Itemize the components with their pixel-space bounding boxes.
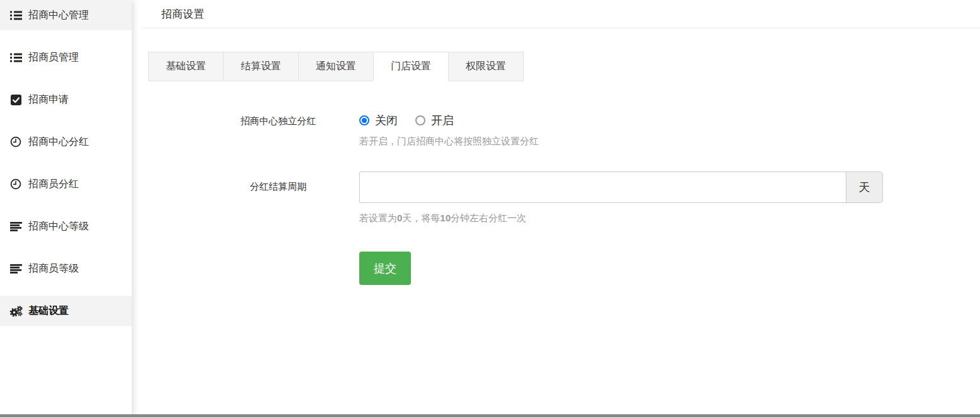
sidebar-item-label: 基础设置 bbox=[28, 305, 69, 318]
main-area: 招商设置 基础设置 结算设置 通知设置 门店设置 权限设置 招商中心独立分红 关… bbox=[132, 0, 980, 418]
radio-close-label[interactable]: 关闭 bbox=[375, 113, 398, 128]
sidebar-item-agent-level[interactable]: 招商员等级 bbox=[0, 253, 132, 284]
sidebar-item-label: 招商员等级 bbox=[28, 262, 79, 276]
sidebar: 招商中心管理 招商员管理 招商申请 招商中心分红 招商员分红 招商中心等级 bbox=[0, 0, 132, 418]
page-header: 招商设置 bbox=[143, 0, 980, 28]
settlement-cycle-input-group: 天 bbox=[359, 171, 883, 203]
content-area: 基础设置 结算设置 通知设置 门店设置 权限设置 招商中心独立分红 关闭 开启 … bbox=[132, 52, 980, 285]
tab-settlement-settings[interactable]: 结算设置 bbox=[223, 52, 299, 81]
radio-open-label[interactable]: 开启 bbox=[431, 113, 454, 128]
settings-tabs: 基础设置 结算设置 通知设置 门店设置 权限设置 bbox=[148, 52, 980, 81]
sidebar-item-label: 招商中心管理 bbox=[28, 9, 89, 22]
sidebar-item-agent-mgmt[interactable]: 招商员管理 bbox=[0, 42, 132, 73]
sidebar-item-center-dividend[interactable]: 招商中心分红 bbox=[0, 127, 132, 157]
list-icon bbox=[9, 53, 23, 62]
cogs-icon bbox=[9, 305, 23, 317]
tab-basic-settings[interactable]: 基础设置 bbox=[148, 52, 224, 81]
independent-dividend-label: 招商中心独立分红 bbox=[197, 110, 359, 127]
independent-dividend-help: 若开启，门店招商中心将按照独立设置分红 bbox=[359, 135, 539, 148]
sidebar-item-center-level[interactable]: 招商中心等级 bbox=[0, 211, 132, 241]
settlement-cycle-help: 若设置为0天，将每10分钟左右分红一次 bbox=[359, 212, 883, 224]
form-row-independent-dividend: 招商中心独立分红 关闭 开启 若开启，门店招商中心将按照独立设置分红 bbox=[148, 110, 980, 148]
sidebar-item-agent-dividend[interactable]: 招商员分红 bbox=[0, 169, 132, 199]
sidebar-item-merchant-apply[interactable]: 招商申请 bbox=[0, 84, 132, 115]
sidebar-item-basic-settings[interactable]: 基础设置 bbox=[0, 296, 132, 326]
radio-open[interactable] bbox=[415, 115, 425, 125]
unit-addon-days: 天 bbox=[846, 171, 883, 203]
tab-permission-settings[interactable]: 权限设置 bbox=[448, 52, 524, 81]
horizontal-scrollbar[interactable] bbox=[0, 414, 980, 417]
align-icon bbox=[9, 264, 23, 274]
form-row-settlement-cycle: 分红结算周期 天 若设置为0天，将每10分钟左右分红一次 bbox=[148, 171, 980, 224]
store-settings-form: 招商中心独立分红 关闭 开启 若开启，门店招商中心将按照独立设置分红 分红结算周… bbox=[148, 110, 980, 285]
tab-notice-settings[interactable]: 通知设置 bbox=[298, 52, 374, 81]
form-row-submit: 提交 bbox=[148, 252, 980, 285]
list-icon bbox=[9, 11, 23, 20]
sidebar-item-merchant-center-mgmt[interactable]: 招商中心管理 bbox=[0, 0, 132, 30]
settlement-cycle-input[interactable] bbox=[359, 171, 846, 203]
sidebar-item-label: 招商中心等级 bbox=[28, 220, 89, 233]
check-square-icon bbox=[9, 95, 23, 105]
sidebar-item-label: 招商员分红 bbox=[28, 178, 79, 191]
sidebar-item-label: 招商申请 bbox=[28, 93, 69, 107]
clock-icon bbox=[9, 136, 23, 148]
settlement-cycle-label: 分红结算周期 bbox=[197, 171, 359, 193]
sidebar-item-label: 招商中心分红 bbox=[28, 136, 89, 149]
sidebar-item-label: 招商员管理 bbox=[28, 51, 79, 64]
page-title: 招商设置 bbox=[143, 7, 204, 21]
submit-button[interactable]: 提交 bbox=[359, 252, 411, 285]
tab-store-settings[interactable]: 门店设置 bbox=[373, 52, 449, 81]
clock-icon bbox=[9, 178, 23, 190]
align-icon bbox=[9, 222, 23, 231]
radio-close[interactable] bbox=[359, 115, 369, 125]
